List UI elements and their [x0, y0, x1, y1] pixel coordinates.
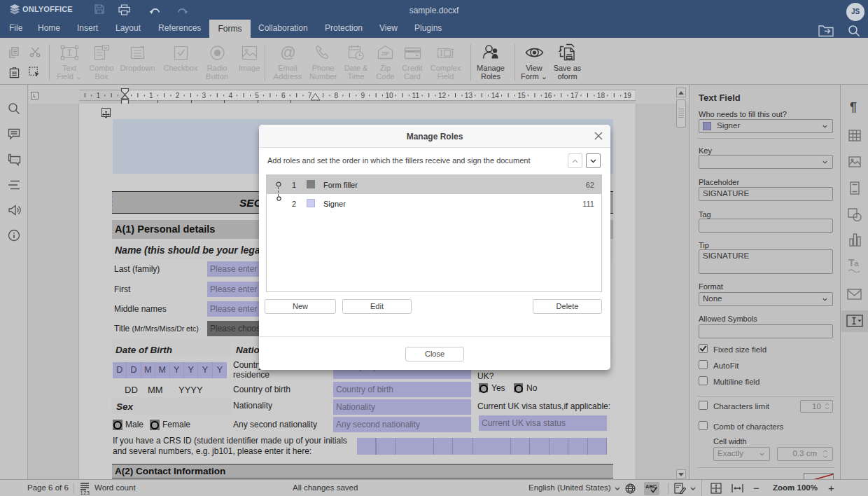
svg-text:2: 2 [176, 92, 180, 99]
svg-text:8: 8 [335, 92, 339, 99]
svg-text:ZIP: ZIP [382, 51, 389, 56]
svg-text:16: 16 [544, 92, 552, 99]
svg-text:18: 18 [597, 92, 606, 99]
svg-text:14: 14 [491, 92, 500, 99]
svg-text:5: 5 [255, 92, 259, 99]
svg-text:1: 1 [96, 92, 100, 99]
svg-text:123: 123 [80, 490, 90, 495]
svg-text:13: 13 [465, 92, 473, 99]
svg-text:9: 9 [360, 92, 365, 99]
svg-text:10: 10 [385, 92, 393, 99]
svg-text:19: 19 [624, 92, 632, 99]
svg-text:3: 3 [202, 92, 206, 99]
svg-text:@: @ [280, 43, 295, 61]
svg-text:12: 12 [438, 92, 447, 99]
svg-text:6: 6 [281, 92, 286, 99]
svg-text:17: 17 [570, 92, 579, 99]
svg-text:1: 1 [149, 92, 153, 99]
svg-text:15: 15 [517, 92, 526, 99]
svg-text:4: 4 [228, 92, 232, 99]
svg-text:11: 11 [412, 92, 420, 99]
